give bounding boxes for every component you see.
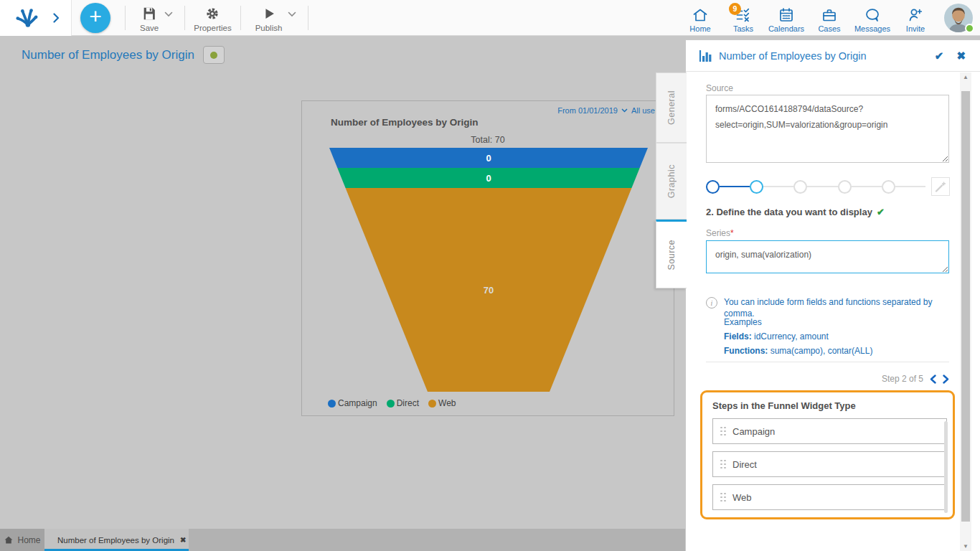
step-item-label: Campaign [732, 426, 775, 437]
series-field-label: Series* [706, 228, 734, 238]
next-step-button[interactable] [943, 375, 949, 384]
step-2-circle[interactable] [750, 180, 763, 194]
funnel-value-label: 70 [484, 285, 494, 296]
topnav-home[interactable]: Home [680, 3, 720, 33]
legend-label: Direct [397, 398, 419, 408]
save-dropdown-icon[interactable] [164, 11, 173, 17]
invite-person-icon [906, 6, 925, 24]
step-connector [763, 186, 793, 187]
fields-value: idCurrency, amount [752, 331, 829, 342]
legend-label: Campaign [338, 398, 377, 408]
wizard-wand-button[interactable] [931, 177, 950, 196]
series-input[interactable]: origin, suma(valorization) [706, 240, 949, 273]
wizard-step-heading: 2. Define the data you want to display✔ [706, 207, 885, 217]
user-avatar[interactable] [944, 4, 973, 32]
app-logo-area[interactable] [0, 0, 72, 36]
step-connector [895, 186, 925, 187]
step-connector [852, 186, 882, 187]
funnel-value-label: 0 [486, 173, 491, 184]
topnav-invite[interactable]: Invite [895, 3, 936, 33]
top-toolbar: + Save Properties [0, 0, 980, 36]
source-input[interactable]: forms/ACCO1614188794/dataSource? select=… [706, 95, 949, 163]
funnel-step-item-direct[interactable]: Direct [712, 451, 947, 477]
message-bubble-icon [863, 6, 882, 24]
publish-button[interactable]: Publish [251, 3, 287, 32]
drag-handle-icon[interactable] [720, 493, 725, 502]
panel-tab-graphic[interactable]: Graphic [656, 143, 687, 220]
briefcase-icon [820, 6, 839, 24]
step-1-circle[interactable] [706, 180, 720, 194]
steps-box-title: Steps in the Funnel Widget Type [712, 400, 943, 411]
step-connector [720, 186, 750, 187]
home-tab-label: Home [17, 535, 40, 545]
legend-dot [387, 400, 395, 408]
functions-label: Functions: [724, 346, 768, 356]
save-icon [141, 6, 158, 22]
chart-legend: Campaign Direct Web [328, 398, 456, 408]
app-stage: + Save Properties [0, 0, 980, 551]
topnav-cases[interactable]: Cases [809, 3, 849, 33]
save-group: Save [130, 3, 180, 32]
panel-header: Number of Employees by Origin ✔ ✖ [686, 40, 980, 72]
topnav-messages[interactable]: Messages [852, 3, 892, 33]
funnel-step-item-campaign[interactable]: Campaign [712, 418, 947, 444]
widget-status-button[interactable] [203, 46, 225, 64]
tab-close-icon[interactable]: ✖ [180, 536, 186, 544]
drag-handle-icon[interactable] [720, 460, 725, 469]
fields-label: Fields: [724, 331, 752, 342]
prev-step-button[interactable] [930, 375, 936, 384]
panel-divider [706, 362, 949, 362]
step-item-label: Direct [732, 459, 757, 470]
toolbar-divider [308, 6, 308, 30]
topnav-tasks[interactable]: 9 Tasks [723, 3, 763, 33]
legend-item-direct[interactable]: Direct [387, 398, 419, 408]
apply-check-icon[interactable]: ✔ [935, 50, 944, 62]
topnav-calendars[interactable]: Calendars [766, 3, 806, 33]
presence-dot [965, 24, 974, 33]
panel-tab-general[interactable]: General [656, 72, 687, 143]
save-button[interactable]: Save [136, 3, 163, 32]
step-complete-check-icon: ✔ [877, 207, 885, 217]
save-label: Save [140, 24, 159, 32]
panel-title: Number of Employees by Origin [719, 50, 867, 62]
magic-wand-icon [934, 180, 947, 193]
panel-tab-label: Source [666, 240, 677, 270]
panel-scrollbar[interactable]: ▲ ▼ [960, 72, 971, 551]
sidebar-expand-icon[interactable] [53, 13, 60, 23]
topnav-label: Calendars [768, 24, 804, 33]
tab-home[interactable]: Home [0, 529, 44, 551]
steps-list-scrollbar[interactable] [944, 421, 948, 513]
legend-item-campaign[interactable]: Campaign [328, 398, 377, 408]
topnav-label: Home [689, 24, 710, 33]
scroll-down-arrow[interactable]: ▼ [960, 542, 971, 551]
publish-dropdown-icon[interactable] [288, 11, 296, 17]
top-navigation: Home 9 Tasks [680, 3, 980, 33]
chevron-right-icon [943, 375, 949, 384]
funnel-widget-card[interactable]: From 01/01/2019 All use Number of Employ… [301, 100, 674, 416]
publish-group: Publish [245, 3, 304, 32]
scrollbar-thumb[interactable] [961, 91, 970, 522]
page-title: Number of Employees by Origin [22, 48, 194, 62]
source-field-label: Source [706, 83, 733, 93]
drag-handle-icon[interactable] [720, 427, 725, 436]
bar-chart-icon [699, 50, 713, 62]
topnav-label: Invite [906, 24, 925, 33]
panel-tab-label: General [666, 90, 677, 125]
examples-functions-line: Functions: suma(campo), contar(ALL) [724, 344, 872, 359]
properties-button[interactable]: Properties [189, 3, 235, 32]
funnel-step-item-web[interactable]: Web [712, 484, 947, 510]
tab-number-of-employees[interactable]: Number of Employees by Origin ✖ [44, 529, 189, 551]
step-item-label: Web [732, 492, 752, 503]
wizard-stepper [706, 176, 950, 197]
scroll-up-arrow[interactable]: ▲ [960, 72, 971, 83]
funnel-svg: 0070 [302, 101, 675, 417]
page-header: Number of Employees by Origin [22, 46, 225, 64]
step-3-circle[interactable] [793, 180, 807, 194]
step-4-circle[interactable] [838, 180, 852, 194]
panel-close-icon[interactable]: ✖ [956, 50, 966, 62]
add-widget-button[interactable]: + [80, 3, 110, 33]
legend-item-web[interactable]: Web [428, 398, 456, 408]
panel-tab-source[interactable]: Source [656, 220, 687, 288]
step-5-circle[interactable] [882, 180, 895, 194]
home-tab-icon [4, 535, 14, 545]
